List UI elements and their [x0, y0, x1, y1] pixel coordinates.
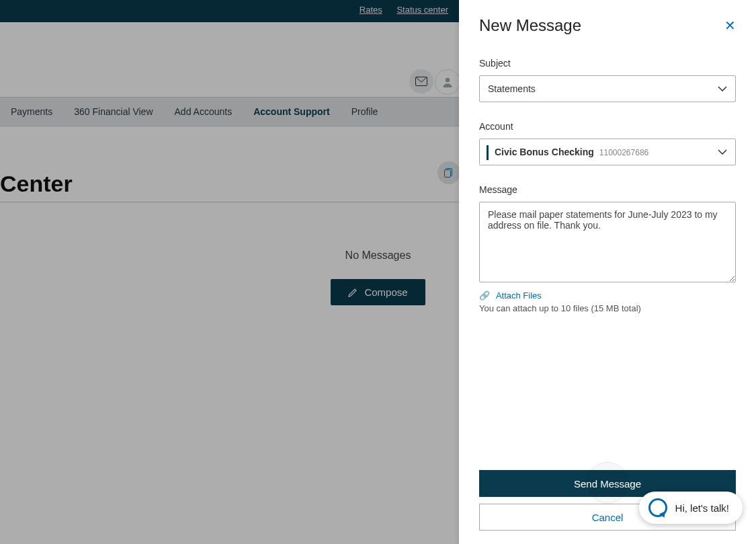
message-label: Message	[479, 184, 736, 195]
link-status-center[interactable]: Status center	[396, 5, 448, 15]
chat-widget[interactable]: Hi, let's talk!	[639, 492, 743, 524]
attach-hint: You can attach up to 10 files (15 MB tot…	[479, 303, 736, 313]
nav-item-add-accounts[interactable]: Add Accounts	[164, 106, 243, 117]
account-bar-icon	[487, 145, 489, 160]
user-icon[interactable]	[435, 69, 460, 95]
nav-item-profile[interactable]: Profile	[341, 106, 389, 117]
page-title: Center	[0, 171, 73, 197]
attach-files-link[interactable]: Attach Files	[496, 290, 542, 301]
chat-text: Hi, let's talk!	[675, 502, 729, 514]
no-messages-text: No Messages	[345, 249, 411, 262]
chat-icon	[648, 498, 667, 517]
nav-item-360-financial-view[interactable]: 360 Financial View	[63, 106, 163, 117]
subject-label: Subject	[479, 58, 736, 69]
account-number: 11000267686	[594, 148, 648, 157]
chevron-down-icon	[718, 149, 727, 155]
attachment-icon: 🔗	[479, 290, 490, 301]
new-message-panel: New Message ✕ Subject Statements Account…	[459, 0, 756, 544]
compose-button[interactable]: Compose	[331, 279, 425, 305]
compose-label: Compose	[364, 286, 407, 298]
chevron-down-icon	[718, 86, 727, 91]
message-textarea[interactable]	[479, 202, 736, 282]
subject-select[interactable]: Statements	[479, 75, 736, 102]
copy-icon[interactable]	[437, 161, 460, 184]
panel-title: New Message	[479, 16, 581, 35]
pencil-icon	[348, 288, 358, 297]
svg-point-1	[446, 78, 450, 82]
account-label: Account	[479, 121, 736, 132]
nav-item-payments[interactable]: Payments	[0, 106, 63, 117]
account-select[interactable]: Civic Bonus Checking 11000267686	[479, 139, 736, 165]
subject-value: Statements	[488, 83, 536, 94]
account-name: Civic Bonus Checking	[488, 147, 594, 157]
nav-item-account-support[interactable]: Account Support	[243, 106, 341, 117]
svg-rect-3	[445, 170, 451, 178]
mail-icon[interactable]	[409, 69, 433, 93]
close-icon[interactable]: ✕	[724, 19, 736, 32]
link-rates[interactable]: Rates	[360, 5, 382, 15]
